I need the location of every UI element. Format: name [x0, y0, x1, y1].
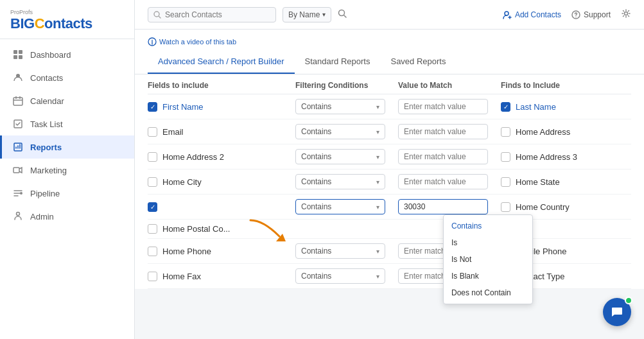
tab-advanced[interactable]: Advanced Search / Report Builder — [148, 50, 295, 74]
svg-rect-1 — [19, 50, 22, 54]
field-label-firstname: First Name — [162, 102, 204, 112]
settings-icon[interactable] — [621, 8, 631, 21]
field-label-lastname: Last Name — [516, 102, 556, 112]
svg-rect-5 — [13, 98, 22, 105]
logo-big: BIGContacts — [10, 15, 124, 32]
search-submit-button[interactable] — [338, 9, 347, 20]
match-input-email[interactable] — [398, 124, 488, 139]
field-cell-left — [148, 202, 295, 212]
dropdown-item-isblank[interactable]: Is Blank — [444, 268, 532, 284]
filter-select-homefax[interactable]: Contains ▾ — [295, 268, 385, 284]
checkbox-homeaddress[interactable] — [501, 127, 510, 137]
search-box[interactable] — [148, 7, 276, 22]
filter-select-homecity[interactable]: Contains ▾ — [295, 174, 385, 189]
sidebar-item-label: Reports — [30, 143, 62, 152]
svg-point-13 — [505, 12, 509, 15]
sidebar-item-label: Dashboard — [30, 50, 71, 60]
field-label-homeaddress: Home Address — [516, 127, 570, 137]
svg-point-15 — [575, 16, 576, 17]
sidebar-item-reports[interactable]: Reports — [0, 135, 134, 159]
value-left — [398, 124, 501, 139]
field-cell-left: Home Address 2 — [148, 152, 295, 162]
field-cell-left: Email — [148, 127, 295, 137]
dropdown-item-contains[interactable]: Contains — [444, 218, 532, 234]
chevron-down-icon: ▾ — [376, 273, 379, 280]
by-name-button[interactable]: By Name ▾ — [283, 7, 331, 22]
col-header-filter-left: Filtering Conditions — [295, 81, 398, 90]
svg-point-12 — [339, 10, 345, 16]
match-input-firstname[interactable] — [398, 99, 488, 114]
admin-icon — [12, 211, 24, 222]
checkbox-homeaddress3[interactable] — [501, 152, 510, 162]
filter-select-homephone[interactable]: Contains ▾ — [295, 243, 385, 259]
match-input-homecity[interactable] — [398, 174, 488, 189]
sidebar-item-admin[interactable]: Admin — [0, 205, 134, 228]
table-row: Home Address 2 Contains ▾ — [148, 144, 631, 170]
checkbox-lastname[interactable] — [501, 102, 510, 112]
filter-select-homeaddress2[interactable]: Contains ▾ — [295, 149, 385, 164]
reports-icon — [12, 141, 24, 153]
filter-select-email[interactable]: Contains ▾ — [295, 124, 385, 139]
tab-standard[interactable]: Standard Reports — [295, 50, 381, 74]
sidebar-item-pipeline[interactable]: Pipeline — [0, 182, 134, 205]
svg-rect-8 — [13, 168, 19, 173]
checkbox-email[interactable] — [148, 127, 157, 137]
chevron-down-icon: ▾ — [376, 153, 379, 161]
support-button[interactable]: Support — [571, 10, 611, 19]
checkbox-homefax[interactable] — [148, 272, 157, 281]
filter-select-firstname[interactable]: Contains ▾ — [295, 99, 385, 114]
marketing-icon — [12, 164, 24, 176]
field-cell-left: First Name — [148, 102, 295, 112]
search-icon — [153, 11, 161, 19]
chat-button[interactable] — [603, 298, 631, 326]
sidebar-item-contacts[interactable]: Contacts — [0, 66, 134, 89]
match-input-row5left[interactable] — [398, 199, 488, 214]
field-label-homestate: Home State — [516, 177, 560, 187]
filter-left: Contains ▾ Contains Is Is Not Is Blank D… — [295, 199, 398, 214]
svg-rect-3 — [19, 55, 22, 59]
sidebar-item-label: Contacts — [30, 73, 63, 83]
sidebar-item-marketing[interactable]: Marketing — [0, 159, 134, 182]
filter-select-row5left[interactable]: Contains ▾ — [295, 199, 385, 214]
chevron-down-icon: ▾ — [376, 178, 379, 186]
top-bar: By Name ▾ Add Contacts Support — [135, 0, 644, 30]
report-header: Watch a video of this tab Advanced Searc… — [135, 30, 644, 74]
checkbox-homestate[interactable] — [501, 177, 510, 187]
checkbox-row5left[interactable] — [148, 202, 157, 212]
sidebar-item-label: Task List — [30, 119, 63, 129]
checkbox-homepostal[interactable] — [148, 224, 157, 234]
field-cell-right: Home Country — [501, 202, 644, 212]
tab-saved[interactable]: Saved Reports — [380, 50, 456, 74]
checkbox-homephone[interactable] — [148, 247, 157, 256]
checkbox-homecountry[interactable] — [501, 202, 510, 212]
field-cell-right: Home Address 3 — [501, 152, 644, 162]
add-user-icon — [503, 10, 512, 19]
pipeline-icon — [12, 187, 24, 199]
field-cell-right: Last Name — [501, 102, 644, 112]
chevron-down-icon: ▾ — [376, 128, 379, 135]
chevron-down-icon: ▾ — [376, 248, 379, 255]
calendar-icon — [12, 95, 24, 107]
value-left — [398, 99, 501, 114]
search-input[interactable] — [165, 10, 242, 19]
checkbox-firstname[interactable] — [148, 102, 157, 112]
content-area: Watch a video of this tab Advanced Searc… — [135, 30, 644, 339]
logo: ProProfs BIGContacts — [0, 0, 134, 39]
field-label-homeaddress3: Home Address 3 — [516, 152, 577, 162]
online-indicator — [625, 297, 632, 304]
add-contacts-button[interactable]: Add Contacts — [503, 10, 561, 19]
dropdown-item-isnot[interactable]: Is Not — [444, 251, 532, 268]
field-label-homefax: Home Fax — [162, 272, 201, 281]
sidebar-item-calendar[interactable]: Calendar — [0, 89, 134, 112]
dropdown-item-doesnotcontain[interactable]: Does not Contain — [444, 284, 532, 301]
svg-point-10 — [17, 213, 20, 216]
checkbox-homecity[interactable] — [148, 177, 157, 187]
checkbox-homeaddress2[interactable] — [148, 152, 157, 162]
watch-video-link[interactable]: Watch a video of this tab — [148, 33, 631, 50]
dropdown-item-is[interactable]: Is — [444, 234, 532, 251]
value-left — [398, 174, 501, 189]
sidebar-item-task-list[interactable]: Task List — [0, 112, 134, 135]
match-input-homeaddress2[interactable] — [398, 149, 488, 164]
chevron-down-icon: ▾ — [376, 204, 379, 211]
sidebar-item-dashboard[interactable]: Dashboard — [0, 43, 134, 66]
